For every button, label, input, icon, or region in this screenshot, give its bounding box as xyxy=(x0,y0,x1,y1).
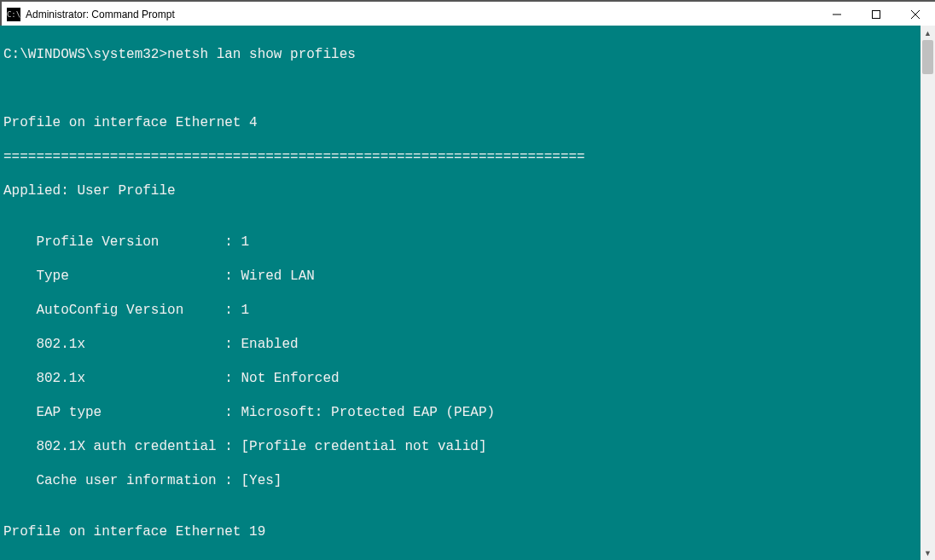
window-controls xyxy=(817,2,935,27)
app-icon: C:\ xyxy=(7,8,20,21)
profile-row: 802.1x : Enabled xyxy=(3,336,935,353)
minimize-button[interactable] xyxy=(817,2,857,27)
command-text: netsh lan show profiles xyxy=(167,47,356,62)
profile-row: Cache user information : [Yes] xyxy=(3,472,935,489)
vertical-scrollbar[interactable]: ▲ ▼ xyxy=(920,26,935,560)
profile-header: Profile on interface Ethernet 4 xyxy=(3,114,935,131)
profile-row: 802.1x : Not Enforced xyxy=(3,370,935,387)
separator-line: ========================================… xyxy=(3,148,935,165)
prompt: C:\WINDOWS\system32> xyxy=(3,47,167,62)
scroll-down-arrow-icon[interactable]: ▼ xyxy=(920,546,935,560)
scrollbar-thumb[interactable] xyxy=(922,40,933,74)
profile-row: AutoConfig Version : 1 xyxy=(3,302,935,319)
terminal-output[interactable]: C:\WINDOWS\system32>netsh lan show profi… xyxy=(1,26,935,560)
maximize-button[interactable] xyxy=(857,2,896,27)
applied-line: Applied: User Profile xyxy=(3,182,935,199)
window-title: Administrator: Command Prompt xyxy=(26,9,175,20)
profile-row: Profile Version : 1 xyxy=(3,234,935,251)
profile-row: Type : Wired LAN xyxy=(3,268,935,285)
title-bar[interactable]: C:\ Administrator: Command Prompt xyxy=(2,2,935,28)
profile-row: 802.1X auth credential : [Profile creden… xyxy=(3,438,935,455)
svg-rect-1 xyxy=(873,11,880,19)
profile-header: Profile on interface Ethernet 19 xyxy=(3,523,935,540)
scroll-up-arrow-icon[interactable]: ▲ xyxy=(920,26,935,40)
profile-row: EAP type : Microsoft: Protected EAP (PEA… xyxy=(3,404,935,421)
close-button[interactable] xyxy=(896,2,935,27)
